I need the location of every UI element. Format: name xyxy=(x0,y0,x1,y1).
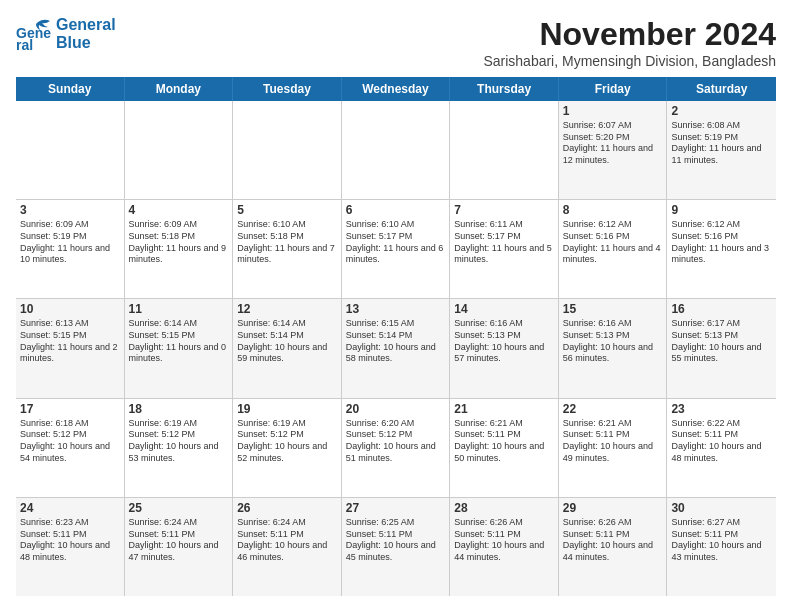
weekday-wednesday: Wednesday xyxy=(342,77,451,101)
cell-text-25: Sunrise: 6:24 AM Sunset: 5:11 PM Dayligh… xyxy=(129,517,229,564)
cal-cell-r0-c2 xyxy=(233,101,342,199)
calendar: Sunday Monday Tuesday Wednesday Thursday… xyxy=(16,77,776,596)
cal-cell-r3-c6: 23Sunrise: 6:22 AM Sunset: 5:11 PM Dayli… xyxy=(667,399,776,497)
day-num-27: 27 xyxy=(346,501,446,515)
cell-text-9: Sunrise: 6:12 AM Sunset: 5:16 PM Dayligh… xyxy=(671,219,772,266)
day-num-15: 15 xyxy=(563,302,663,316)
cal-cell-r4-c3: 27Sunrise: 6:25 AM Sunset: 5:11 PM Dayli… xyxy=(342,498,451,596)
cal-row-0: 1Sunrise: 6:07 AM Sunset: 5:20 PM Daylig… xyxy=(16,101,776,200)
cal-cell-r2-c3: 13Sunrise: 6:15 AM Sunset: 5:14 PM Dayli… xyxy=(342,299,451,397)
cal-cell-r3-c3: 20Sunrise: 6:20 AM Sunset: 5:12 PM Dayli… xyxy=(342,399,451,497)
cal-cell-r1-c5: 8Sunrise: 6:12 AM Sunset: 5:16 PM Daylig… xyxy=(559,200,668,298)
cell-text-30: Sunrise: 6:27 AM Sunset: 5:11 PM Dayligh… xyxy=(671,517,772,564)
cal-cell-r1-c4: 7Sunrise: 6:11 AM Sunset: 5:17 PM Daylig… xyxy=(450,200,559,298)
cell-text-7: Sunrise: 6:11 AM Sunset: 5:17 PM Dayligh… xyxy=(454,219,554,266)
title-block: November 2024 Sarishabari, Mymensingh Di… xyxy=(483,16,776,69)
cell-text-10: Sunrise: 6:13 AM Sunset: 5:15 PM Dayligh… xyxy=(20,318,120,365)
cell-text-12: Sunrise: 6:14 AM Sunset: 5:14 PM Dayligh… xyxy=(237,318,337,365)
cal-cell-r0-c1 xyxy=(125,101,234,199)
day-num-22: 22 xyxy=(563,402,663,416)
cal-cell-r1-c1: 4Sunrise: 6:09 AM Sunset: 5:18 PM Daylig… xyxy=(125,200,234,298)
cell-text-16: Sunrise: 6:17 AM Sunset: 5:13 PM Dayligh… xyxy=(671,318,772,365)
cell-text-20: Sunrise: 6:20 AM Sunset: 5:12 PM Dayligh… xyxy=(346,418,446,465)
day-num-26: 26 xyxy=(237,501,337,515)
cell-text-3: Sunrise: 6:09 AM Sunset: 5:19 PM Dayligh… xyxy=(20,219,120,266)
cal-cell-r3-c1: 18Sunrise: 6:19 AM Sunset: 5:12 PM Dayli… xyxy=(125,399,234,497)
cal-cell-r2-c2: 12Sunrise: 6:14 AM Sunset: 5:14 PM Dayli… xyxy=(233,299,342,397)
cell-text-8: Sunrise: 6:12 AM Sunset: 5:16 PM Dayligh… xyxy=(563,219,663,266)
day-num-25: 25 xyxy=(129,501,229,515)
svg-text:ral: ral xyxy=(16,37,33,52)
cell-text-19: Sunrise: 6:19 AM Sunset: 5:12 PM Dayligh… xyxy=(237,418,337,465)
cell-text-21: Sunrise: 6:21 AM Sunset: 5:11 PM Dayligh… xyxy=(454,418,554,465)
weekday-saturday: Saturday xyxy=(667,77,776,101)
cell-text-27: Sunrise: 6:25 AM Sunset: 5:11 PM Dayligh… xyxy=(346,517,446,564)
day-num-14: 14 xyxy=(454,302,554,316)
cal-cell-r0-c4 xyxy=(450,101,559,199)
cal-row-3: 17Sunrise: 6:18 AM Sunset: 5:12 PM Dayli… xyxy=(16,399,776,498)
day-num-4: 4 xyxy=(129,203,229,217)
cell-text-22: Sunrise: 6:21 AM Sunset: 5:11 PM Dayligh… xyxy=(563,418,663,465)
cell-text-4: Sunrise: 6:09 AM Sunset: 5:18 PM Dayligh… xyxy=(129,219,229,266)
cell-text-26: Sunrise: 6:24 AM Sunset: 5:11 PM Dayligh… xyxy=(237,517,337,564)
calendar-body: 1Sunrise: 6:07 AM Sunset: 5:20 PM Daylig… xyxy=(16,101,776,596)
cell-text-28: Sunrise: 6:26 AM Sunset: 5:11 PM Dayligh… xyxy=(454,517,554,564)
cell-text-5: Sunrise: 6:10 AM Sunset: 5:18 PM Dayligh… xyxy=(237,219,337,266)
cell-text-18: Sunrise: 6:19 AM Sunset: 5:12 PM Dayligh… xyxy=(129,418,229,465)
cal-cell-r2-c0: 10Sunrise: 6:13 AM Sunset: 5:15 PM Dayli… xyxy=(16,299,125,397)
day-num-30: 30 xyxy=(671,501,772,515)
logo: Gene ral General Blue xyxy=(16,16,116,52)
day-num-3: 3 xyxy=(20,203,120,217)
cal-row-1: 3Sunrise: 6:09 AM Sunset: 5:19 PM Daylig… xyxy=(16,200,776,299)
cal-row-2: 10Sunrise: 6:13 AM Sunset: 5:15 PM Dayli… xyxy=(16,299,776,398)
weekday-friday: Friday xyxy=(559,77,668,101)
cal-cell-r2-c1: 11Sunrise: 6:14 AM Sunset: 5:15 PM Dayli… xyxy=(125,299,234,397)
day-num-10: 10 xyxy=(20,302,120,316)
cal-cell-r4-c2: 26Sunrise: 6:24 AM Sunset: 5:11 PM Dayli… xyxy=(233,498,342,596)
cal-row-4: 24Sunrise: 6:23 AM Sunset: 5:11 PM Dayli… xyxy=(16,498,776,596)
day-num-2: 2 xyxy=(671,104,772,118)
cell-text-2: Sunrise: 6:08 AM Sunset: 5:19 PM Dayligh… xyxy=(671,120,772,167)
header: Gene ral General Blue November 2024 Sari… xyxy=(16,16,776,69)
day-num-23: 23 xyxy=(671,402,772,416)
day-num-11: 11 xyxy=(129,302,229,316)
cal-cell-r4-c0: 24Sunrise: 6:23 AM Sunset: 5:11 PM Dayli… xyxy=(16,498,125,596)
weekday-monday: Monday xyxy=(125,77,234,101)
cal-cell-r2-c6: 16Sunrise: 6:17 AM Sunset: 5:13 PM Dayli… xyxy=(667,299,776,397)
cell-text-14: Sunrise: 6:16 AM Sunset: 5:13 PM Dayligh… xyxy=(454,318,554,365)
cell-text-13: Sunrise: 6:15 AM Sunset: 5:14 PM Dayligh… xyxy=(346,318,446,365)
logo-line2: Blue xyxy=(56,34,116,52)
cal-cell-r1-c3: 6Sunrise: 6:10 AM Sunset: 5:17 PM Daylig… xyxy=(342,200,451,298)
day-num-16: 16 xyxy=(671,302,772,316)
cal-cell-r4-c1: 25Sunrise: 6:24 AM Sunset: 5:11 PM Dayli… xyxy=(125,498,234,596)
cal-cell-r0-c0 xyxy=(16,101,125,199)
cal-cell-r4-c6: 30Sunrise: 6:27 AM Sunset: 5:11 PM Dayli… xyxy=(667,498,776,596)
day-num-29: 29 xyxy=(563,501,663,515)
day-num-8: 8 xyxy=(563,203,663,217)
weekday-sunday: Sunday xyxy=(16,77,125,101)
cell-text-11: Sunrise: 6:14 AM Sunset: 5:15 PM Dayligh… xyxy=(129,318,229,365)
cell-text-29: Sunrise: 6:26 AM Sunset: 5:11 PM Dayligh… xyxy=(563,517,663,564)
page: Gene ral General Blue November 2024 Sari… xyxy=(0,0,792,612)
day-num-7: 7 xyxy=(454,203,554,217)
cal-cell-r3-c0: 17Sunrise: 6:18 AM Sunset: 5:12 PM Dayli… xyxy=(16,399,125,497)
cell-text-24: Sunrise: 6:23 AM Sunset: 5:11 PM Dayligh… xyxy=(20,517,120,564)
month-title: November 2024 xyxy=(483,16,776,53)
day-num-9: 9 xyxy=(671,203,772,217)
cell-text-1: Sunrise: 6:07 AM Sunset: 5:20 PM Dayligh… xyxy=(563,120,663,167)
location-title: Sarishabari, Mymensingh Division, Bangla… xyxy=(483,53,776,69)
cal-cell-r0-c5: 1Sunrise: 6:07 AM Sunset: 5:20 PM Daylig… xyxy=(559,101,668,199)
logo-icon: Gene ral xyxy=(16,16,52,52)
cal-cell-r2-c4: 14Sunrise: 6:16 AM Sunset: 5:13 PM Dayli… xyxy=(450,299,559,397)
calendar-header: Sunday Monday Tuesday Wednesday Thursday… xyxy=(16,77,776,101)
cal-cell-r1-c0: 3Sunrise: 6:09 AM Sunset: 5:19 PM Daylig… xyxy=(16,200,125,298)
day-num-1: 1 xyxy=(563,104,663,118)
day-num-24: 24 xyxy=(20,501,120,515)
day-num-28: 28 xyxy=(454,501,554,515)
cal-cell-r3-c5: 22Sunrise: 6:21 AM Sunset: 5:11 PM Dayli… xyxy=(559,399,668,497)
day-num-18: 18 xyxy=(129,402,229,416)
logo-line1: General xyxy=(56,16,116,34)
day-num-12: 12 xyxy=(237,302,337,316)
day-num-17: 17 xyxy=(20,402,120,416)
cell-text-23: Sunrise: 6:22 AM Sunset: 5:11 PM Dayligh… xyxy=(671,418,772,465)
